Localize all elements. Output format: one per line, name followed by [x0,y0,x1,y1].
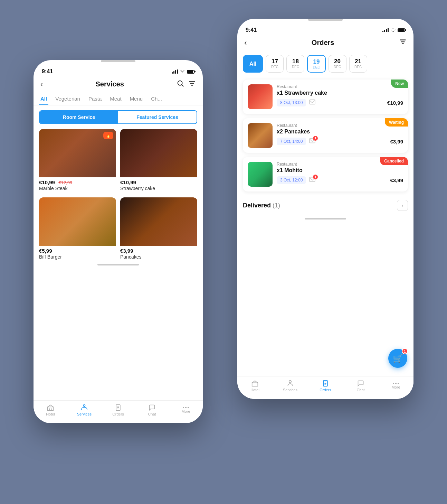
tab-more[interactable]: Ch... [150,93,163,105]
order-pancakes-date: 7 Oct, 14:00 [277,138,306,145]
nav-services-right[interactable]: Services [280,380,301,392]
tab-pasta[interactable]: Pasta [87,93,103,105]
nav-chat-right[interactable]: Chat [350,380,371,392]
steak-info: €10,99 €12,99 Marble Steak [39,177,116,193]
date-all-btn[interactable]: All [243,55,263,73]
notch-left [101,60,135,62]
services-header: ‹ Services [34,77,203,93]
nav-services-left[interactable]: Services [74,404,95,416]
food-card-cake[interactable]: €10,99 Strawberry cake [120,129,197,193]
order-mohito-title: x1 Mohito [277,167,403,174]
wifi-icon-right [390,28,396,33]
food-card-burger[interactable]: €5,99 Biff Burger [39,197,116,262]
order-pancakes-details: Restaurant x2 Pancakes 7 Oct, 14:00 1 €3… [277,123,403,145]
order-pancakes-msg: 1 [309,138,316,145]
phone-services: 9:41 ‹ Services [34,60,203,423]
steak-image: 🔥 [39,129,116,177]
date-17-day: 17 [272,58,278,65]
signal-bar-1 [172,72,173,74]
steak-price: €10,99 [39,179,55,185]
date-19-btn[interactable]: 19 DEC [307,55,325,73]
food-card-pancakes[interactable]: €3,99 Pancakes [120,197,197,262]
cart-icon: 🛒 [393,354,403,363]
date-18-month: DEC [292,65,299,69]
cart-fab[interactable]: 🛒 1 [388,349,407,368]
filter-button-right[interactable] [399,38,407,47]
date-17-btn[interactable]: 17 DEC [266,55,284,73]
nav-orders-left[interactable]: Orders [108,404,129,416]
bottom-pill-left [97,264,139,265]
tab-vegeterian[interactable]: Vegeterian [54,93,82,105]
tab-menu[interactable]: Menu [129,93,144,105]
nav-hotel-left[interactable]: Hotel [40,404,61,416]
order-pancakes-title: x2 Pancakes [277,129,403,135]
date-20-day: 20 [334,58,341,65]
delivered-chevron[interactable]: › [397,200,408,211]
category-tabs: All Vegeterian Pasta Meat Menu Ch... [34,93,203,105]
signal-bar-2 [173,71,174,74]
steak-old-price: €12,99 [58,180,72,185]
pancakes-msg-badge: 1 [313,136,318,141]
delivered-section[interactable]: Delivered (1) › [237,195,413,216]
order-card-mohito[interactable]: Restaurant x1 Mohito 3 Oct, 12:00 1 €3,9… [243,157,408,192]
order-pancakes-price: €3,99 [390,139,403,144]
status-time-right: 9:41 [246,27,257,33]
tab-meat[interactable]: Meat [108,93,123,105]
nav-more-right[interactable]: More [386,383,406,389]
date-21-month: DEC [354,65,362,69]
order-pancakes-meta: 7 Oct, 14:00 1 €3,99 [277,138,403,145]
nav-hotel-label-left: Hotel [46,412,55,416]
cake-name: Strawberry cake [120,186,197,191]
date-21-btn[interactable]: 21 DEC [349,55,367,73]
nav-orders-right[interactable]: Orders [315,380,336,392]
nav-chat-label-right: Chat [356,388,364,392]
date-all-label: All [249,61,256,67]
date-18-day: 18 [292,58,299,65]
signal-bar-4 [177,69,178,74]
signal-bar-3 [175,70,176,74]
order-mohito-image [248,162,273,187]
nav-chat-left[interactable]: Chat [142,404,162,416]
nav-more-label-left: More [181,409,190,413]
burger-image [39,197,116,246]
food-card-steak[interactable]: 🔥 €10,99 €12,99 Marble Steak [39,129,116,193]
battery-icon-right [398,28,405,32]
filter-button-left[interactable] [188,80,196,89]
food-grid: 🔥 €10,99 €12,99 Marble Steak €10,99 [34,129,203,262]
room-service-btn[interactable]: Room Service [40,111,118,123]
order-card-pancakes[interactable]: Restaurant x2 Pancakes 7 Oct, 14:00 1 €3… [243,118,408,153]
date-19-month: DEC [313,65,320,69]
nav-services-label-right: Services [283,388,297,392]
phones-container: 9:41 ‹ Services [34,19,413,485]
nav-more-left[interactable]: More [175,407,196,413]
date-18-btn[interactable]: 18 DEC [286,55,304,73]
search-button[interactable] [177,80,184,89]
delivered-title: Delivered (1) [243,202,280,209]
phone-orders: 9:41 ‹ Orders [237,19,413,399]
pancakes-image [120,197,197,246]
pancakes-info: €3,99 Pancakes [120,246,197,262]
order-cake-meta: 8 Oct, 13:00 €10,99 [277,99,403,106]
status-bar-left: 9:41 [34,64,203,77]
signal-bars-left [172,69,178,74]
date-20-btn[interactable]: 20 DEC [329,55,346,73]
featured-services-btn[interactable]: Featured Services [118,111,197,123]
back-button-right[interactable]: ‹ [244,38,247,47]
svg-rect-17 [310,100,315,104]
signal-bar-r4 [388,28,389,32]
burger-info: €5,99 Biff Burger [39,246,116,262]
tab-all[interactable]: All [39,93,48,105]
nav-hotel-right[interactable]: Hotel [245,380,265,392]
order-cake-details: Restaurant x1 Strawberry cake 8 Oct, 13:… [277,84,403,106]
status-icons-right [382,28,405,33]
back-button-left[interactable]: ‹ [40,80,43,89]
cake-price: €10,99 [120,179,136,185]
cart-badge: 1 [402,348,408,354]
order-card-cake[interactable]: Restaurant x1 Strawberry cake 8 Oct, 13:… [243,80,408,114]
delivered-count: (1) [273,202,280,209]
burger-name: Biff Burger [39,254,116,260]
nav-orders-label-left: Orders [112,412,124,416]
order-cake-status: New [391,80,408,88]
status-icons-left [172,69,194,74]
nav-chat-label-left: Chat [148,412,156,416]
